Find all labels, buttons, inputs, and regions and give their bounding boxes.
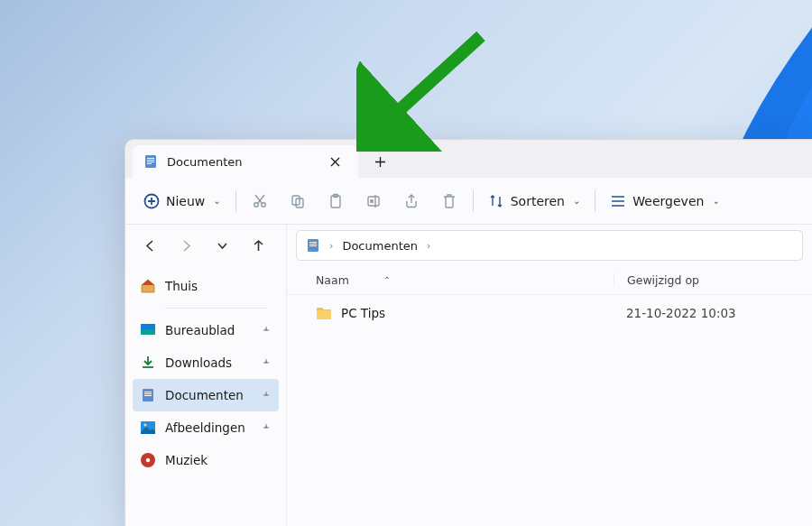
- cut-button[interactable]: [242, 186, 278, 217]
- breadcrumb-separator: ›: [427, 240, 430, 252]
- pin-icon: [261, 325, 272, 336]
- toolbar-separator: [235, 190, 236, 212]
- share-button[interactable]: [393, 186, 429, 217]
- chevron-down-icon: ⌄: [213, 196, 220, 206]
- svg-rect-13: [368, 197, 379, 206]
- svg-rect-4: [147, 161, 154, 162]
- toolbar-separator: [473, 190, 474, 212]
- rename-icon: [365, 193, 382, 209]
- breadcrumb-box[interactable]: › Documenten ›: [296, 230, 803, 261]
- svg-rect-2: [147, 158, 154, 159]
- chevron-down-icon: ⌄: [712, 196, 719, 206]
- address-bar: › Documenten ›: [287, 225, 812, 266]
- annotation-arrow: [356, 25, 492, 155]
- paste-button[interactable]: [318, 186, 354, 217]
- document-icon: [143, 154, 158, 169]
- nav-item-home[interactable]: Thuis: [133, 270, 279, 302]
- svg-point-21: [143, 423, 146, 426]
- document-icon: [140, 387, 156, 403]
- sort-button[interactable]: Sorteren ⌄: [479, 186, 590, 217]
- svg-rect-18: [144, 393, 152, 394]
- back-button[interactable]: [138, 234, 161, 257]
- svg-point-7: [254, 202, 258, 207]
- column-name-label: Naam: [316, 273, 349, 287]
- nav-controls: [125, 225, 286, 266]
- svg-rect-15: [141, 324, 155, 329]
- copy-icon: [290, 193, 306, 209]
- nav-item-label: Muziek: [165, 453, 208, 467]
- toolbar: Nieuw ⌄ Sorteren ⌄ Weergeven ⌄: [125, 178, 812, 225]
- svg-rect-26: [309, 244, 317, 245]
- svg-rect-5: [147, 163, 152, 164]
- tab-title: Documenten: [167, 155, 243, 169]
- sort-label: Sorteren: [511, 194, 565, 208]
- pin-icon: [261, 422, 272, 433]
- delete-button[interactable]: [431, 186, 467, 217]
- file-row[interactable]: PC Tips 21-10-2022 10:03: [287, 295, 812, 331]
- desktop-icon: [140, 322, 156, 338]
- view-icon: [610, 193, 626, 209]
- column-modified[interactable]: Gewijzigd op: [614, 273, 812, 287]
- breadcrumb-separator: ›: [329, 240, 333, 252]
- svg-rect-3: [147, 160, 154, 161]
- view-button[interactable]: Weergeven ⌄: [601, 186, 728, 217]
- svg-rect-19: [144, 395, 152, 396]
- file-modified: 21-10-2022 10:03: [614, 306, 812, 320]
- copy-button[interactable]: [280, 186, 316, 217]
- svg-line-0: [383, 36, 481, 125]
- pin-icon: [261, 357, 272, 368]
- up-button[interactable]: [246, 234, 270, 257]
- nav-item-downloads[interactable]: Downloads: [133, 346, 279, 379]
- arrow-up-icon: [252, 239, 265, 253]
- arrow-left-icon: [143, 239, 157, 253]
- recent-button[interactable]: [210, 234, 234, 257]
- nav-item-label: Afbeeldingen: [165, 420, 245, 435]
- main-pane: › Documenten › Naam ⌃ Gewijzigd op PC Ti…: [287, 225, 812, 526]
- file-name: PC Tips: [341, 306, 385, 320]
- nav-item-music[interactable]: Muziek: [133, 444, 279, 476]
- delete-icon: [441, 193, 457, 209]
- forward-button[interactable]: [174, 234, 198, 257]
- nav-item-pictures[interactable]: Afbeeldingen: [133, 411, 279, 444]
- plus-icon: [374, 156, 386, 168]
- view-label: Weergeven: [632, 194, 704, 208]
- tab-close-button[interactable]: [324, 151, 346, 172]
- nav-item-label: Bureaublad: [165, 323, 235, 337]
- svg-rect-17: [144, 392, 152, 392]
- close-icon: [330, 157, 340, 167]
- share-icon: [403, 193, 420, 209]
- new-icon: [143, 193, 160, 209]
- nav-item-label: Thuis: [165, 279, 198, 293]
- toolbar-separator: [595, 190, 595, 212]
- breadcrumb-item[interactable]: Documenten: [342, 239, 418, 253]
- column-headers: Naam ⌃ Gewijzigd op: [287, 266, 812, 295]
- sort-indicator-icon: ⌃: [383, 275, 391, 285]
- pictures-icon: [140, 420, 156, 436]
- cut-icon: [252, 193, 268, 209]
- arrow-right-icon: [180, 239, 193, 253]
- chevron-down-icon: ⌄: [573, 196, 580, 206]
- sort-icon: [488, 193, 504, 209]
- nav-item-label: Documenten: [165, 388, 244, 402]
- svg-rect-25: [309, 242, 317, 243]
- download-icon: [140, 355, 156, 371]
- content-area: Thuis Bureaublad Downloads Documenten: [125, 225, 812, 526]
- svg-rect-27: [309, 245, 317, 246]
- nav-list: Thuis Bureaublad Downloads Documenten: [125, 266, 286, 480]
- nav-item-label: Downloads: [165, 355, 232, 370]
- new-tab-button[interactable]: [365, 147, 394, 176]
- column-modified-label: Gewijzigd op: [627, 273, 699, 287]
- new-button[interactable]: Nieuw ⌄: [134, 186, 230, 217]
- chevron-down-icon: [216, 239, 229, 253]
- nav-item-desktop[interactable]: Bureaublad: [133, 314, 279, 346]
- svg-point-23: [146, 458, 150, 462]
- column-name[interactable]: Naam ⌃: [316, 273, 614, 287]
- folder-icon: [316, 306, 332, 320]
- nav-item-documents[interactable]: Documenten: [133, 379, 279, 411]
- rename-button[interactable]: [355, 186, 392, 217]
- tab-bar: Documenten: [125, 140, 812, 178]
- home-icon: [140, 278, 156, 294]
- tab-documents[interactable]: Documenten: [133, 145, 358, 178]
- new-label: Nieuw: [166, 194, 205, 208]
- file-explorer-window: Documenten Nieuw ⌄ Sorteren ⌄: [125, 139, 812, 526]
